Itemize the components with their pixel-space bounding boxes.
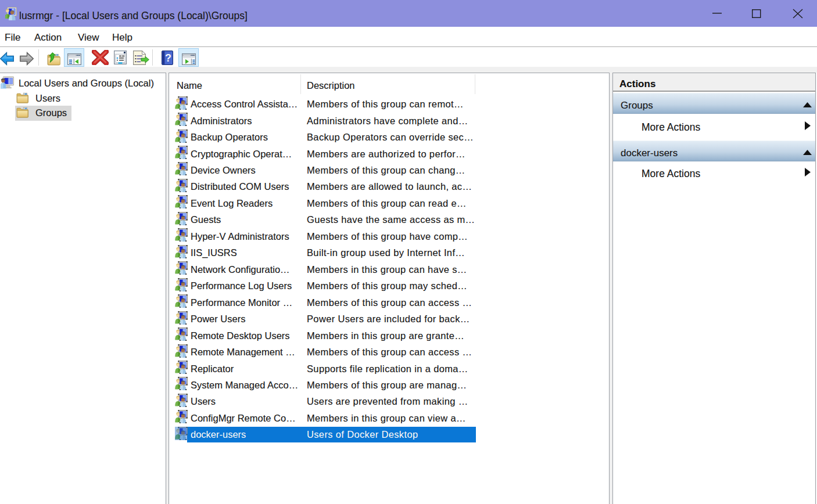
svg-text:?: ? (165, 52, 171, 64)
